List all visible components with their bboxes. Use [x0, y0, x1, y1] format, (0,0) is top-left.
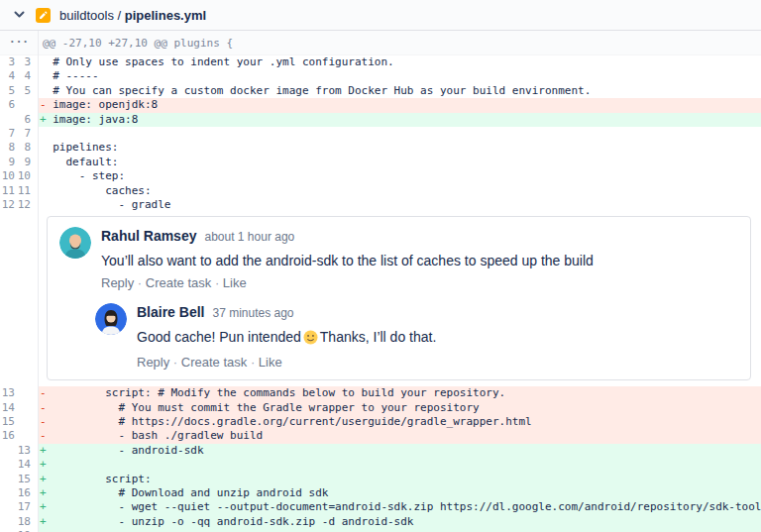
collapse-chevron-icon[interactable]	[14, 11, 25, 19]
diff-row: 13+ - android-sdk	[0, 444, 761, 458]
line-numbers: 14	[0, 458, 38, 472]
line-numbers: 1111	[0, 184, 38, 198]
diff-row: 1111 caches:	[0, 184, 761, 198]
code-line: - gradle	[38, 198, 761, 212]
code-line: default:	[38, 156, 761, 169]
code-line: + # Download and unzip android sdk	[38, 486, 761, 500]
gutter-divider	[38, 31, 39, 532]
comment-root: Rahul Ramseyabout 1 hour ago You’ll also…	[59, 227, 738, 290]
code-line: - - bash ./gradlew build	[38, 429, 761, 443]
code-line: + - android-sdk	[38, 444, 761, 458]
line-numbers: 99	[0, 156, 38, 169]
diff-row: 15- # https://docs.gradle.org/current/us…	[0, 415, 761, 429]
line-numbers: 16	[0, 486, 38, 500]
comment-author[interactable]: Blaire Bell	[137, 304, 204, 320]
comment-reply: Blaire Bell37 minutes ago Good cache! Pu…	[95, 303, 738, 370]
code-line: + script:	[38, 473, 761, 486]
code-line: # Only use spaces to indent your .yml co…	[38, 55, 761, 69]
diff-row: 17+ - wget --quiet --output-document=and…	[0, 500, 761, 514]
code-line: + - wget --quiet --output-document=andro…	[38, 500, 761, 514]
comment-timestamp: about 1 hour ago	[204, 230, 294, 244]
comment-body-text: Good cache! Pun intended	[137, 329, 301, 345]
file-name: pipelines.yml	[125, 8, 206, 23]
code-line: - # You must commit the Gradle wrapper t…	[38, 401, 761, 415]
action-separator: ·	[134, 275, 146, 290]
diff-row: 55 # You can specify a custom docker ima…	[0, 84, 761, 98]
comment-meta: Rahul Ramseyabout 1 hour ago	[101, 227, 738, 245]
diff-row: 16- - bash ./gradlew build	[0, 429, 761, 443]
create-task-action[interactable]: Create task	[181, 355, 247, 370]
expand-hunk-button[interactable]: ···	[9, 38, 29, 48]
line-numbers: 6	[0, 98, 38, 112]
diff-viewer: buildtools / pipelines.yml ··· @@ -27,10…	[0, 0, 761, 532]
file-path[interactable]: buildtools / pipelines.yml	[59, 8, 206, 23]
diff-row: 6+ image: java:8	[0, 113, 761, 127]
line-numbers: 55	[0, 84, 38, 98]
avatar[interactable]	[95, 303, 127, 335]
diff-section-top: 33 # Only use spaces to indent your .yml…	[0, 55, 761, 212]
comment-meta: Blaire Bell37 minutes ago	[137, 303, 738, 321]
hunk-header-row: ··· @@ -27,10 +27,10 @@ plugins {	[0, 31, 761, 55]
action-separator: ·	[169, 355, 181, 370]
diff-row: 1212 - gradle	[0, 198, 761, 212]
diff-section-bottom: 13- script: # Modify the commands below …	[0, 386, 761, 532]
file-path-prefix: buildtools /	[59, 8, 125, 23]
create-task-action[interactable]: Create task	[146, 275, 211, 290]
line-numbers: 1212	[0, 198, 38, 212]
line-numbers: 6	[0, 113, 38, 127]
diff-row: 13- script: # Modify the commands below …	[0, 386, 761, 400]
slightly-smiling-face-emoji	[303, 330, 318, 349]
comment-body: You’ll also want to add the android-sdk …	[101, 252, 738, 269]
reply-action[interactable]: Reply	[101, 275, 134, 290]
comment-body-text: Thanks, I’ll do that.	[320, 329, 437, 345]
code-line: caches:	[38, 184, 761, 198]
like-action[interactable]: Like	[259, 355, 282, 370]
line-numbers: 17	[0, 500, 38, 514]
action-separator: ·	[247, 355, 259, 370]
diff-row: 14+	[0, 458, 761, 472]
line-numbers: 77	[0, 127, 38, 141]
line-numbers: 16	[0, 429, 38, 443]
line-numbers: 44	[0, 69, 38, 83]
diff-row: 99 default:	[0, 156, 761, 169]
comment-timestamp: 37 minutes ago	[212, 306, 293, 320]
diff-row: 44 # -----	[0, 69, 761, 83]
diff-row: 15+ script:	[0, 473, 761, 486]
code-line: # -----	[38, 69, 761, 83]
file-header: buildtools / pipelines.yml	[0, 0, 761, 31]
diff-row: 6- image: openjdk:8	[0, 98, 761, 112]
comment-body: Good cache! Pun intended Thanks, I’ll do…	[137, 328, 738, 349]
line-numbers: 15	[0, 415, 38, 429]
modified-file-icon	[36, 8, 51, 23]
hunk-header: @@ -27,10 +27,10 @@ plugins {	[38, 31, 761, 54]
diff-row: 33 # Only use spaces to indent your .yml…	[0, 55, 761, 69]
code-line: + - unzip -o -qq android-sdk.zip -d andr…	[38, 515, 761, 529]
code-line: # You can specify a custom docker image …	[38, 84, 761, 98]
diff-row: 18+ - unzip -o -qq android-sdk.zip -d an…	[0, 515, 761, 529]
hunk-gutter: ···	[0, 31, 38, 54]
diff-row: 88 pipelines:	[0, 141, 761, 155]
line-numbers: 1010	[0, 169, 38, 183]
comment-author[interactable]: Rahul Ramsey	[101, 228, 196, 244]
line-numbers: 14	[0, 401, 38, 415]
avatar[interactable]	[59, 227, 91, 259]
diff-row: 14- # You must commit the Gradle wrapper…	[0, 401, 761, 415]
code-line: - script: # Modify the commands below to…	[38, 386, 761, 400]
comment-card: Rahul Ramseyabout 1 hour ago You’ll also…	[47, 216, 751, 380]
comment-thread: Rahul Ramseyabout 1 hour ago You’ll also…	[0, 216, 751, 380]
diff-row: 1010 - step:	[0, 169, 761, 183]
like-action[interactable]: Like	[223, 275, 247, 290]
comment-actions: Reply · Create task · Like	[101, 275, 738, 290]
line-numbers: 15	[0, 473, 38, 486]
code-line: - # https://docs.gradle.org/current/user…	[38, 415, 761, 429]
code-line: pipelines:	[38, 141, 761, 155]
line-numbers: 88	[0, 141, 38, 155]
comment-actions: Reply · Create task · Like	[137, 355, 738, 370]
code-line: - image: openjdk:8	[38, 98, 761, 112]
code-line: + image: java:8	[38, 113, 761, 127]
line-numbers: 13	[0, 386, 38, 400]
reply-action[interactable]: Reply	[137, 355, 169, 370]
line-numbers: 13	[0, 444, 38, 458]
diff-row: 16+ # Download and unzip android sdk	[0, 486, 761, 500]
action-separator: ·	[211, 275, 223, 290]
